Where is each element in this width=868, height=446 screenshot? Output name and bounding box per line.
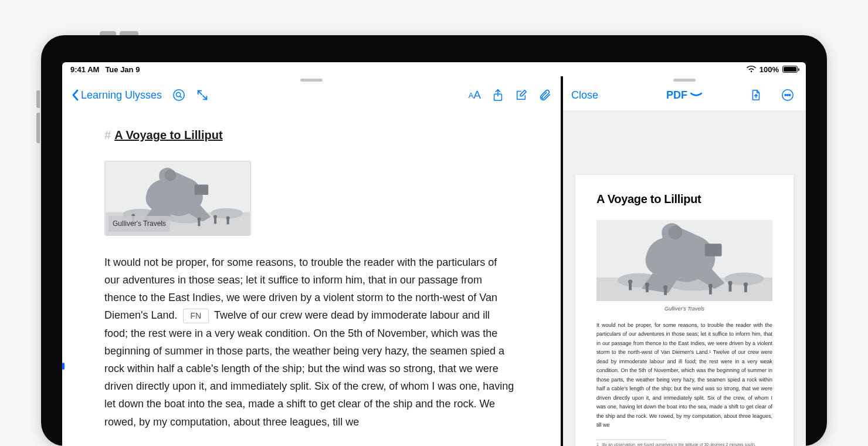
preview-toolbar: Close PDF xyxy=(563,80,806,110)
editor-pane: Learning Ulysses AA xyxy=(62,76,563,446)
paperclip-icon xyxy=(538,89,551,102)
text-style-button[interactable]: AA xyxy=(465,86,484,104)
preview-footnote: 1 By an observation, we found ourselves … xyxy=(596,442,772,446)
svg-point-22 xyxy=(226,216,230,219)
svg-line-2 xyxy=(180,96,182,98)
svg-point-26 xyxy=(789,94,790,96)
svg-point-1 xyxy=(176,92,180,96)
image-caption-tag: Gulliver's Travels xyxy=(108,216,170,231)
svg-rect-19 xyxy=(214,218,216,224)
back-label: Learning Ulysses xyxy=(81,89,162,102)
svg-point-37 xyxy=(645,282,649,286)
body-after-fn: Twelve of our crew were dead by immodera… xyxy=(104,309,514,427)
svg-rect-21 xyxy=(227,219,229,224)
svg-rect-40 xyxy=(709,288,712,295)
svg-rect-17 xyxy=(198,220,200,226)
status-battery-pct: 100% xyxy=(760,65,779,74)
footnote-text: By an observation, we found ourselves in… xyxy=(602,442,756,446)
export-format-label: PDF xyxy=(666,89,687,102)
gulliver-illustration-preview xyxy=(596,220,772,301)
preview-image xyxy=(596,220,772,301)
status-bar: 9:41 AM Tue Jan 9 100% xyxy=(62,62,806,76)
expand-button[interactable] xyxy=(192,86,212,104)
search-button[interactable] xyxy=(169,86,189,104)
preview-body: It would not be proper, for some reasons… xyxy=(596,321,772,430)
svg-point-0 xyxy=(174,90,184,100)
svg-point-24 xyxy=(785,94,786,96)
svg-point-32 xyxy=(668,225,682,239)
svg-point-9 xyxy=(164,169,176,181)
search-icon xyxy=(172,89,185,102)
share-icon xyxy=(491,89,504,102)
preview-pane: Close PDF xyxy=(563,76,806,446)
footnote-rule xyxy=(596,440,667,440)
preview-scroll-area[interactable]: A Voyage to Lilliput xyxy=(563,110,806,446)
status-time: 9:41 AM xyxy=(70,65,99,74)
svg-rect-44 xyxy=(744,286,747,292)
svg-point-39 xyxy=(663,285,667,289)
status-date: Tue Jan 9 xyxy=(105,65,140,74)
expand-arrows-icon xyxy=(196,89,209,102)
svg-point-20 xyxy=(213,215,217,218)
svg-point-25 xyxy=(787,94,788,96)
svg-rect-10 xyxy=(195,184,209,195)
svg-rect-33 xyxy=(705,244,722,256)
heading-marker: # xyxy=(104,126,111,146)
aA-small: A xyxy=(469,91,474,100)
ipad-frame: 9:41 AM Tue Jan 9 100% Learning Ulys xyxy=(41,35,827,446)
chevron-left-icon xyxy=(72,89,80,101)
attachment-button[interactable] xyxy=(535,86,555,104)
compose-button[interactable] xyxy=(511,86,531,104)
body-paragraph: It would not be proper, for some reasons… xyxy=(104,254,515,431)
preview-caption: Gulliver's Travels xyxy=(596,306,772,312)
editor-content[interactable]: # A Voyage to Lilliput xyxy=(62,110,561,431)
export-save-button[interactable] xyxy=(746,86,766,104)
svg-point-43 xyxy=(728,281,732,285)
svg-rect-36 xyxy=(646,286,649,292)
share-button[interactable] xyxy=(488,86,508,104)
document-heading: A Voyage to Lilliput xyxy=(114,126,222,146)
preview-page: A Voyage to Lilliput xyxy=(575,175,794,446)
svg-rect-38 xyxy=(664,289,667,295)
svg-rect-34 xyxy=(629,283,632,290)
footnote-tag[interactable]: FN xyxy=(183,309,209,323)
svg-point-41 xyxy=(708,284,713,288)
editor-toolbar: Learning Ulysses AA xyxy=(62,80,561,110)
wifi-icon xyxy=(747,66,756,73)
back-button[interactable]: Learning Ulysses xyxy=(68,87,165,104)
chevron-down-wide-icon xyxy=(690,92,703,99)
svg-point-45 xyxy=(744,282,748,286)
battery-icon xyxy=(782,66,798,73)
export-format-selector[interactable]: PDF xyxy=(666,89,703,102)
svg-rect-42 xyxy=(729,285,732,292)
preview-title: A Voyage to Lilliput xyxy=(596,192,772,206)
svg-point-18 xyxy=(197,217,201,221)
left-edge-indicator xyxy=(62,363,65,370)
svg-point-35 xyxy=(628,279,632,283)
more-button[interactable] xyxy=(778,86,798,104)
aA-large: A xyxy=(473,89,481,102)
close-button[interactable]: Close xyxy=(571,89,598,102)
compose-icon xyxy=(515,89,528,102)
document-arrow-icon xyxy=(750,89,762,102)
image-attachment[interactable]: Gulliver's Travels xyxy=(104,161,251,236)
footnote-number: 1 xyxy=(596,442,599,446)
ellipsis-circle-icon xyxy=(781,89,794,102)
screen: 9:41 AM Tue Jan 9 100% Learning Ulys xyxy=(62,62,806,446)
